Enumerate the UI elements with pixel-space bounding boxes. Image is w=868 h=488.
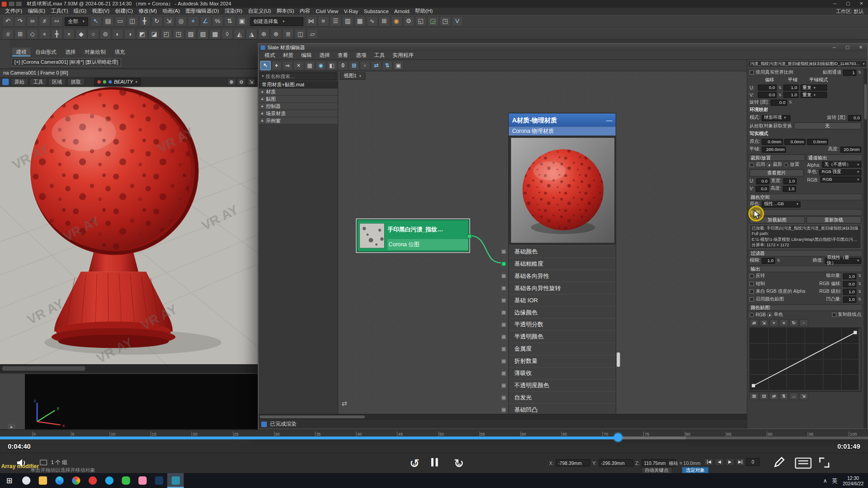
snap-toggle-icon[interactable]: ⌖ [188,16,199,27]
extras-toolbar-icon[interactable]: ◩ [136,28,148,39]
taskbar-clock[interactable]: 12:30 2024/6/22 [843,475,863,486]
extras-toolbar-icon[interactable]: × [63,28,75,39]
slot-connector[interactable] [501,347,506,352]
slot-connector[interactable] [501,298,506,303]
material-id-channel-button[interactable]: 0 [338,61,348,70]
extras-toolbar-icon[interactable]: ◮ [246,28,258,39]
select-and-link-icon[interactable]: ∞ [27,16,38,27]
material-slot[interactable]: 基础凹凸 [509,404,615,414]
extras-toolbar-icon[interactable]: ╋ [51,28,63,39]
scrollbar-thumb[interactable] [2,366,85,371]
menu-item[interactable]: Civil View [313,8,341,14]
timeline-ruler[interactable]: 0510152025303540455055606570758085909510… [0,429,868,437]
material-slot[interactable]: 薄吸收 [509,367,615,379]
zoom-curve-icon[interactable]: ⊟ [760,393,769,400]
play-button[interactable]: ▶ [725,458,735,466]
material-slot[interactable]: 基础各向异性 [509,269,615,282]
material-slot[interactable]: 金属度 [509,343,615,355]
render-iterative-icon[interactable]: ◳ [439,16,451,27]
menu-item[interactable]: 文件(F) [2,8,25,15]
select-and-move-icon[interactable]: ╋ [139,16,151,27]
fit-view-icon[interactable]: ⇲ [247,78,256,86]
u-offset-field[interactable]: 0.0 [758,84,777,90]
3dsmax-icon[interactable] [167,473,184,488]
menu-item[interactable]: 创建(C) [112,8,136,15]
env-rotate-field[interactable]: 0.0 [848,115,861,121]
frame-buffer-tab[interactable]: 原始 [10,78,28,86]
render-setup-icon[interactable]: ⚙ [403,16,415,27]
minimize-button[interactable]: ─ [828,44,841,52]
enable-color-map-checkbox[interactable] [750,297,754,302]
pan-curve-icon[interactable]: ⊞ [750,393,759,400]
expander-icon[interactable]: + [261,96,264,102]
material-node[interactable]: A材质-物理材质 — Corona 物理材质 [508,113,616,414]
extras-toolbar-icon[interactable]: ⊗ [270,28,282,39]
go-to-end-button[interactable]: ▶| [736,458,745,466]
interpolation-dropdown[interactable]: 双线性（最快）▾ [825,258,861,263]
spinner-icon[interactable]: ⇅ [778,93,782,97]
crop-v-field[interactable]: 0.0 [755,186,769,192]
fullscreen-icon[interactable] [819,458,829,468]
material-node-titlebar[interactable]: A材质-物理材质 — [509,113,615,127]
origin-y-field[interactable]: 0.0mm [785,139,806,145]
spinner-icon[interactable]: ⇅ [858,297,861,302]
v-offset-field[interactable]: 0.0 [758,92,777,98]
slate-menu-item[interactable]: 材质 [279,52,297,59]
slot-connector[interactable] [501,262,506,266]
slot-connector[interactable] [501,323,506,327]
slot-connector[interactable] [501,310,506,315]
bitmap-node[interactable]: 手印黑白污渍_指纹… Corona 位图 [357,220,469,252]
extras-toolbar-icon[interactable]: ◪ [148,28,160,39]
extras-toolbar-icon[interactable]: ◳ [173,28,184,39]
slate-menu-item[interactable]: 编辑 [297,52,316,59]
tile-size-field[interactable]: 200.0mm [762,146,786,152]
expander-icon[interactable]: + [261,103,264,109]
current-frame-field[interactable]: 0 [746,458,760,466]
extras-toolbar-icon[interactable]: ▨ [197,28,209,39]
extras-toolbar-icon[interactable]: ◭ [234,28,245,39]
percent-snap-icon[interactable]: % [212,16,223,27]
delete-selected-icon[interactable]: × [293,61,304,70]
crop-height-field[interactable]: 1.0 [783,186,796,192]
extras-toolbar-icon[interactable]: ⊞ [14,28,26,39]
alpha-from-rgb-checkbox[interactable] [750,289,754,294]
render-production-icon[interactable]: ◲ [427,16,439,27]
reset-curves-icon[interactable]: ↻ [789,319,798,327]
expander-icon[interactable]: + [261,111,264,116]
spinner-snap-icon[interactable]: ⇅ [224,16,236,27]
menu-item[interactable]: 图形编辑器(D) [183,8,222,15]
volume-icon[interactable] [17,459,27,469]
menu-item[interactable]: 自定义(U) [245,8,274,15]
slot-connector[interactable] [501,371,506,376]
spinner-icon[interactable]: ⇅ [778,85,782,90]
material-slot[interactable]: 半透明颜色 [509,330,615,343]
material-slot[interactable]: 基础 IOR [509,294,615,306]
quick-access-icon[interactable] [9,2,14,6]
slot-connector[interactable] [501,384,506,388]
browser-section-header[interactable]: + 示例窗 [259,117,338,125]
delete-point-icon[interactable]: × [779,319,788,327]
menu-item[interactable]: Substance [361,8,392,14]
bilibili-icon[interactable] [134,473,151,488]
tray-expand-icon[interactable]: ∧ [823,478,827,483]
spinner-icon[interactable]: ⇅ [777,258,780,263]
browser-section-header[interactable]: + 贴图 [259,96,338,103]
zoom-tool-icon[interactable]: ⇅ [382,61,392,70]
menu-item[interactable]: 视图(V) [89,8,112,15]
extras-toolbar-icon[interactable]: ◆ [75,28,87,39]
crop-width-field[interactable]: 1.0 [783,178,797,184]
menu-item[interactable]: 内容 [297,8,313,15]
extras-toolbar-icon[interactable]: ⌖ [39,28,51,39]
slot-connector[interactable] [501,274,506,278]
scrollbar-thumb[interactable] [259,416,365,418]
bump-amount-field[interactable]: 1.0 [843,296,856,302]
add-point-icon[interactable]: + [769,319,778,327]
frame-buffer-scrollbar[interactable] [0,364,258,373]
material-slot[interactable]: 自发光 [509,391,615,404]
pause-button[interactable] [431,458,438,466]
netease-music-icon[interactable] [84,473,101,488]
frame-buffer-tab[interactable]: 抓取 [67,78,85,86]
extras-toolbar-icon[interactable]: ▱ [307,28,318,39]
rendered-frame-window-icon[interactable]: ◱ [415,16,427,27]
material-slot[interactable]: 基础粗糙度 [509,257,615,269]
